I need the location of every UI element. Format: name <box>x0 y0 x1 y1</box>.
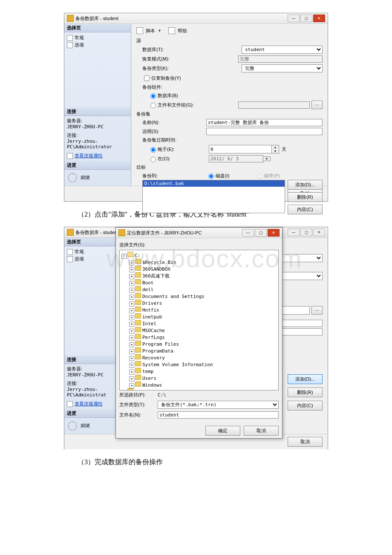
expand-icon[interactable]: + <box>129 376 134 382</box>
page-icon <box>67 42 73 48</box>
disk-radio[interactable] <box>208 173 214 179</box>
expand-icon[interactable]: + <box>129 308 134 313</box>
destination-item[interactable]: D:\student.bak <box>143 180 285 187</box>
expand-icon[interactable]: + <box>129 267 134 272</box>
sidebar-item-options[interactable]: 选项 <box>67 41 128 49</box>
expand-icon[interactable]: + <box>129 363 134 368</box>
database-select[interactable]: student <box>242 46 323 54</box>
close-icon[interactable]: ✕ <box>268 229 280 237</box>
file-tree[interactable]: −C: +$Recycle.Bin+360SANDBOX+360高速下载+Boo… <box>119 250 279 390</box>
on-radio[interactable] <box>150 157 156 162</box>
tree-node[interactable]: Boot <box>142 280 154 286</box>
file-type-select[interactable]: 备份文件(*.bak;*.trn) <box>158 401 279 409</box>
progress-spinner-icon <box>68 173 77 182</box>
expand-icon[interactable]: + <box>129 295 134 300</box>
connection-label: 连接: <box>67 380 113 387</box>
expand-icon[interactable]: + <box>129 322 134 327</box>
copy-only-checkbox[interactable] <box>144 75 150 81</box>
tree-node[interactable]: MSOCache <box>142 328 165 333</box>
name-input[interactable] <box>206 119 323 126</box>
expand-icon[interactable]: + <box>129 335 134 341</box>
expand-icon[interactable]: + <box>129 370 134 375</box>
tree-node[interactable]: Documents and Settings <box>142 294 205 299</box>
filename-input[interactable] <box>158 411 279 419</box>
expand-icon[interactable]: + <box>129 356 134 361</box>
recovery-mode-field <box>238 55 323 63</box>
close-icon[interactable]: ✕ <box>313 228 325 236</box>
name-label: 名称(N): <box>142 119 206 126</box>
connection-header: 连接 <box>64 356 115 364</box>
tree-node[interactable]: Hotfix <box>142 307 159 313</box>
progress-header: 进度 <box>64 161 131 170</box>
app-icon <box>67 15 74 22</box>
tree-node[interactable]: inetpub <box>142 314 162 320</box>
sidebar-item-general[interactable]: 常规 <box>67 34 128 41</box>
filegroup-radio[interactable] <box>150 103 156 108</box>
contents-button[interactable]: 内容(C) <box>288 401 323 410</box>
maximize-icon[interactable]: ▢ <box>300 14 312 22</box>
filegroup-browse-button[interactable]: ... <box>311 101 323 109</box>
expand-icon[interactable]: + <box>129 288 134 293</box>
add-button[interactable]: 添加(D)... <box>288 180 323 190</box>
expand-icon[interactable]: + <box>129 281 134 286</box>
tree-node[interactable]: temp <box>142 369 154 374</box>
spinner-buttons[interactable]: ▴▾ <box>272 145 279 153</box>
maximize-icon[interactable]: ▢ <box>300 228 312 236</box>
ok-button[interactable]: 确定 <box>205 426 240 436</box>
cancel-button[interactable]: 取消 <box>288 437 323 447</box>
tree-node[interactable]: 360SANDBOX <box>142 266 170 272</box>
remove-button[interactable]: 删除(R) <box>288 192 323 202</box>
cancel-button[interactable]: 取消 <box>244 426 279 436</box>
sidebar-item-general[interactable]: 常规 <box>67 248 113 255</box>
expand-icon[interactable]: + <box>129 274 134 279</box>
destination-list[interactable]: D:\student.bak <box>142 180 285 213</box>
help-button[interactable]: 帮助 <box>178 28 187 34</box>
tree-node[interactable]: Program Files <box>142 341 179 347</box>
backup-db-window-1: 备份数据库 - student — ▢ ✕ 选择页 常规 选项 连接 服务器: … <box>64 13 328 202</box>
backup-type-select[interactable]: 完整 <box>242 64 323 72</box>
expand-icon[interactable]: + <box>129 329 134 334</box>
tree-node[interactable]: Recovery <box>142 355 165 361</box>
tree-node[interactable]: System Volume Information <box>142 362 213 367</box>
tree-node[interactable]: Drivers <box>142 301 162 306</box>
collapse-icon[interactable]: − <box>121 254 127 259</box>
maximize-icon[interactable]: ▢ <box>255 229 267 237</box>
expand-icon[interactable]: + <box>129 301 134 306</box>
desc-input[interactable] <box>206 128 323 135</box>
tree-node-c[interactable]: C: <box>135 253 140 258</box>
contents-button[interactable]: 内容(C) <box>288 205 323 214</box>
tree-node[interactable]: Windows <box>142 382 162 388</box>
tree-node[interactable]: 360高速下载 <box>142 273 170 279</box>
view-connection-link[interactable]: 查看连接属性 <box>75 401 103 407</box>
backup-to-label: 备份到: <box>142 173 206 179</box>
selected-path-value: C:\ <box>158 392 279 398</box>
date-dropdown-icon[interactable]: ▾ <box>263 156 271 161</box>
sidebar-item-options[interactable]: 选项 <box>67 255 113 263</box>
remove-button[interactable]: 删除(R) <box>288 387 323 397</box>
minimize-icon[interactable]: — <box>288 14 300 22</box>
close-icon[interactable]: ✕ <box>313 14 325 22</box>
expand-icon[interactable]: + <box>129 349 134 354</box>
script-button[interactable]: 脚本 <box>146 28 155 34</box>
tree-node[interactable]: Users <box>142 376 156 381</box>
expand-icon[interactable]: + <box>129 315 134 320</box>
connection-label: 连接: <box>67 132 128 139</box>
bg-browse-button[interactable]: ... <box>311 306 323 315</box>
tree-node[interactable]: PerfLogs <box>142 335 165 340</box>
tree-node[interactable]: dell <box>142 287 154 292</box>
tree-node[interactable]: $Recycle.Bin <box>142 260 176 265</box>
dropdown-arrow-icon[interactable]: ▼ <box>158 29 161 33</box>
view-connection-link[interactable]: 查看连接属性 <box>75 153 103 159</box>
tree-node[interactable]: ProgramData <box>142 348 173 354</box>
expand-icon[interactable]: + <box>129 260 134 266</box>
folder-icon <box>135 327 141 332</box>
expand-icon[interactable]: + <box>129 383 134 388</box>
add-button[interactable]: 添加(D)... <box>288 374 323 384</box>
minimize-icon[interactable]: — <box>242 229 254 237</box>
database-radio[interactable] <box>150 93 156 99</box>
minimize-icon[interactable]: — <box>288 228 300 236</box>
expand-icon[interactable]: + <box>129 342 134 347</box>
tree-node[interactable]: Intel <box>142 321 156 327</box>
after-days-input[interactable] <box>209 145 272 153</box>
after-radio[interactable] <box>150 147 156 153</box>
